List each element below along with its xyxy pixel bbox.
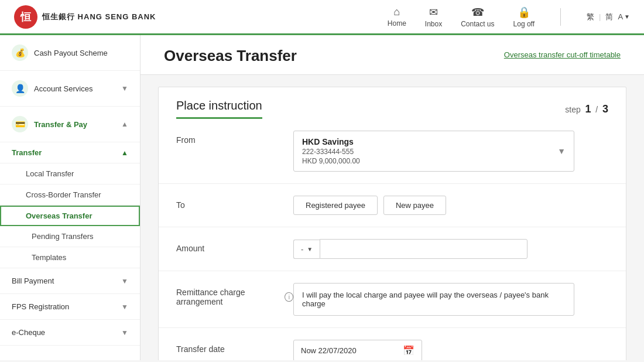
account-services-icon: 👤 — [12, 80, 28, 97]
sidebar-item-echeque-label: e-Cheque — [12, 328, 121, 337]
logo-symbol: 恒 — [20, 10, 31, 24]
nav-inbox-label: Inbox — [425, 20, 442, 28]
amount-row: Amount - ▼ — [159, 227, 626, 271]
from-field: HKD Savings 222-333444-555 HKD 9,000,000… — [293, 131, 608, 172]
chevron-down-icon: ▼ — [121, 329, 128, 337]
sidebar-item-fps-label: FPS Registration — [12, 302, 121, 311]
chevron-up-icon: ▲ — [121, 120, 128, 128]
nav-logoff[interactable]: 🔒 Log off — [513, 6, 535, 28]
from-row: From HKD Savings 222-333444-555 HKD 9,00… — [159, 119, 626, 184]
cash-payout-icon: 💰 — [12, 45, 28, 61]
from-label: From — [176, 131, 293, 145]
account-info: HKD Savings 222-333444-555 HKD 9,000,000… — [302, 137, 360, 165]
sidebar-item-local-transfer[interactable]: Local Transfer — [0, 163, 140, 185]
account-balance: HKD 9,000,000.00 — [302, 157, 360, 165]
chevron-down-icon: ▼ — [121, 277, 128, 285]
logo-icon: 恒 — [14, 5, 37, 29]
to-row: To Registered payee New payee — [159, 184, 626, 227]
nav-inbox[interactable]: ✉ Inbox — [425, 6, 442, 28]
form-header: Place instruction step 1 / 3 — [159, 87, 626, 119]
logo-area: 恒 恒生銀行 HANG SENG BANK — [14, 5, 388, 29]
amount-label: Amount — [176, 239, 293, 253]
sidebar-item-account-services-label: Account Services — [34, 84, 121, 93]
date-picker[interactable]: Now 22/07/2020 📅 — [293, 340, 422, 360]
sidebar-item-cash-payout[interactable]: 💰 Cash Payout Scheme — [0, 35, 140, 71]
remittance-value: I will pay the local charge and payee wi… — [293, 283, 574, 316]
remittance-row: Remittance charge arrangement i I will p… — [159, 271, 626, 328]
transfer-sub-nav-label: Transfer — [12, 148, 42, 157]
page-header: 恒 恒生銀行 HANG SENG BANK ⌂ Home ✉ Inbox ☎ C… — [0, 0, 644, 35]
home-icon: ⌂ — [393, 6, 400, 18]
sidebar-item-bill-payment-label: Bill Payment — [12, 276, 121, 285]
transfer-date-row: Transfer date Now 22/07/2020 📅 — [159, 328, 626, 360]
logo-text: 恒生銀行 HANG SENG BANK — [42, 12, 156, 22]
remittance-label: Remittance charge arrangement i — [176, 283, 293, 306]
sidebar-item-pending-transfers[interactable]: Pending Transfers — [0, 226, 140, 247]
lang-simplified[interactable]: 简 — [605, 12, 613, 22]
chevron-up-icon: ▲ — [121, 149, 128, 157]
step-indicator: step 1 / 3 — [565, 103, 608, 115]
from-account-dropdown[interactable]: HKD Savings 222-333444-555 HKD 9,000,000… — [293, 131, 574, 172]
lock-icon: 🔒 — [518, 6, 530, 19]
registered-payee-button[interactable]: Registered payee — [293, 196, 378, 215]
nav-divider — [560, 8, 561, 26]
calendar-icon: 📅 — [403, 345, 415, 356]
transfer-sub-nav-header[interactable]: Transfer ▲ — [0, 142, 140, 163]
account-name: HKD Savings — [302, 137, 360, 146]
currency-value: - — [301, 245, 303, 254]
to-buttons: Registered payee New payee — [293, 196, 608, 215]
cutoff-timetable-link[interactable]: Overseas transfer cut-off timetable — [504, 50, 621, 59]
sidebar-item-bill-payment[interactable]: Bill Payment ▼ — [0, 268, 140, 294]
currency-select[interactable]: - ▼ — [293, 240, 320, 259]
lang-traditional[interactable]: 繁 — [587, 12, 594, 22]
to-field: Registered payee New payee — [293, 196, 608, 215]
sidebar-item-templates[interactable]: Templates — [0, 247, 140, 268]
step-current: 1 — [585, 103, 591, 115]
page-title: Overseas Transfer — [164, 47, 297, 74]
main-nav: ⌂ Home ✉ Inbox ☎ Contact us 🔒 Log off 繁 … — [388, 6, 630, 28]
nav-contact[interactable]: ☎ Contact us — [461, 6, 494, 28]
chevron-down-icon: ▼ — [557, 146, 566, 156]
app-layout: 💰 Cash Payout Scheme 👤 Account Services … — [0, 35, 644, 360]
amount-field: - ▼ — [293, 239, 608, 259]
sidebar-item-transfer-pay-label: Transfer & Pay — [34, 120, 121, 129]
nav-home-label: Home — [388, 19, 406, 28]
nav-home[interactable]: ⌂ Home — [388, 6, 406, 28]
sidebar-item-fps-registration[interactable]: FPS Registration ▼ — [0, 294, 140, 320]
remittance-field: I will pay the local charge and payee wi… — [293, 283, 608, 316]
transfer-date-field: Now 22/07/2020 📅 — [293, 340, 608, 360]
page-header-bar: Overseas Transfer Overseas transfer cut-… — [141, 35, 644, 75]
sidebar-item-cross-border-transfer[interactable]: Cross-Border Transfer — [0, 185, 140, 206]
nav-contact-label: Contact us — [461, 20, 494, 28]
font-size-control[interactable]: A ▼ — [618, 12, 630, 21]
chevron-down-icon: ▼ — [307, 246, 313, 252]
inbox-icon: ✉ — [429, 6, 438, 19]
sidebar-item-cash-payout-label: Cash Payout Scheme — [34, 49, 128, 57]
new-payee-button[interactable]: New payee — [383, 196, 446, 215]
step-total: 3 — [602, 103, 608, 115]
main-content: Overseas Transfer Overseas transfer cut-… — [141, 35, 644, 360]
transfer-date-label: Transfer date — [176, 340, 293, 354]
phone-icon: ☎ — [471, 6, 484, 19]
chevron-down-icon: ▼ — [121, 84, 128, 93]
form-title: Place instruction — [176, 99, 262, 119]
date-value: Now 22/07/2020 — [301, 346, 397, 355]
amount-input[interactable] — [320, 239, 527, 259]
transfer-sub-nav: Transfer ▲ Local Transfer Cross-Border T… — [0, 142, 140, 268]
account-number: 222-333444-555 — [302, 148, 360, 156]
sidebar: 💰 Cash Payout Scheme 👤 Account Services … — [0, 35, 141, 360]
language-switcher: 繁 | 简 A ▼ — [587, 12, 630, 22]
sidebar-item-echeque[interactable]: e-Cheque ▼ — [0, 320, 140, 346]
transfer-pay-icon: 💳 — [12, 116, 28, 132]
amount-input-group: - ▼ — [293, 239, 527, 259]
form-container: Place instruction step 1 / 3 From HKD Sa… — [158, 87, 626, 360]
nav-logoff-label: Log off — [513, 20, 535, 28]
sidebar-item-account-services[interactable]: 👤 Account Services ▼ — [0, 71, 140, 107]
chevron-down-icon: ▼ — [624, 13, 630, 20]
sidebar-item-transfer-pay[interactable]: 💳 Transfer & Pay ▲ — [0, 107, 140, 142]
sidebar-item-overseas-transfer[interactable]: Overseas Transfer — [0, 206, 140, 226]
step-label: step — [565, 105, 580, 114]
info-icon[interactable]: i — [285, 292, 293, 302]
chevron-down-icon: ▼ — [121, 303, 128, 311]
to-label: To — [176, 196, 293, 210]
